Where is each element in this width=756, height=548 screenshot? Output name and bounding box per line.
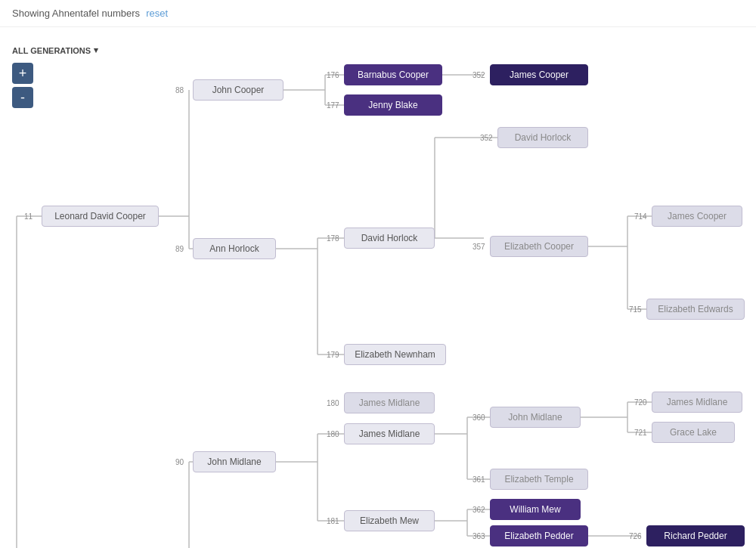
tree-container: 11Leonard David Cooper88John Cooper176Ba… bbox=[0, 30, 756, 548]
node-david_horlock_mid[interactable]: 178David Horlock bbox=[344, 228, 435, 249]
node-label-william_mew: William Mew bbox=[510, 504, 560, 515]
node-label-jenny_blake: Jenny Blake bbox=[368, 100, 417, 110]
node-num-elizabeth_cooper: 357 bbox=[472, 243, 485, 251]
node-num-john_cooper: 88 bbox=[175, 86, 184, 94]
node-james_cooper_top[interactable]: 352James Cooper bbox=[490, 64, 588, 85]
node-label-john_midlane_right: John Midlane bbox=[508, 412, 562, 423]
node-num-barnabus: 176 bbox=[327, 71, 339, 79]
node-john_midlane[interactable]: 90John Midlane bbox=[193, 451, 276, 472]
top-bar: Showing Ahnentafel numbers reset bbox=[0, 0, 756, 27]
node-james_cooper_right[interactable]: 714James Cooper bbox=[652, 206, 742, 227]
node-elizabeth_newnham[interactable]: 179Elizabeth Newnham bbox=[344, 344, 446, 365]
node-label-elizabeth_cooper: Elizabeth Cooper bbox=[504, 241, 574, 252]
node-jenny_blake[interactable]: 177Jenny Blake bbox=[344, 94, 442, 116]
node-num-james_midlane_right: 720 bbox=[634, 398, 647, 407]
node-label-james_cooper_top: James Cooper bbox=[510, 70, 569, 80]
node-label-elizabeth_newnham: Elizabeth Newnham bbox=[355, 349, 435, 360]
node-label-barnabus: Barnabus Cooper bbox=[358, 70, 429, 80]
node-label-james_midlane_right: James Midlane bbox=[667, 397, 728, 407]
node-num-david_horlock_top: 352 bbox=[480, 134, 493, 142]
node-james_midlane_left2[interactable]: 180James Midlane bbox=[344, 392, 435, 413]
node-num-elizabeth_mew: 181 bbox=[327, 517, 339, 525]
node-num-elizabeth_newnham: 179 bbox=[327, 351, 339, 359]
node-label-leonard: Leonard David Cooper bbox=[54, 211, 146, 221]
node-john_midlane_right[interactable]: 360John Midlane bbox=[490, 407, 581, 428]
node-label-elizabeth_temple: Elizabeth Temple bbox=[504, 474, 573, 485]
node-num-james_midlane_left2: 180 bbox=[327, 399, 339, 407]
node-james_midlane[interactable]: 180James Midlane bbox=[344, 423, 435, 444]
node-num-david_horlock_mid: 178 bbox=[327, 234, 339, 243]
node-num-james_cooper_right: 714 bbox=[634, 212, 647, 221]
node-num-william_mew: 362 bbox=[472, 506, 485, 514]
node-num-grace_lake: 721 bbox=[634, 429, 647, 437]
node-label-james_cooper_right: James Cooper bbox=[668, 211, 727, 221]
node-label-elizabeth_pedder: Elizabeth Pedder bbox=[504, 531, 573, 541]
node-label-david_horlock_top: David Horlock bbox=[515, 132, 572, 143]
node-num-james_midlane: 180 bbox=[327, 430, 339, 438]
node-num-jenny_blake: 177 bbox=[327, 101, 339, 110]
node-label-elizabeth_mew: Elizabeth Mew bbox=[360, 515, 419, 526]
node-label-grace_lake: Grace Lake bbox=[670, 427, 717, 438]
node-elizabeth_mew[interactable]: 181Elizabeth Mew bbox=[344, 510, 435, 531]
node-elizabeth_cooper[interactable]: 357Elizabeth Cooper bbox=[490, 236, 588, 257]
node-barnabus[interactable]: 176Barnabus Cooper bbox=[344, 64, 442, 85]
node-label-james_midlane_left2: James Midlane bbox=[359, 398, 420, 408]
node-label-ann_horlock: Ann Horlock bbox=[209, 243, 259, 254]
node-num-leonard: 11 bbox=[24, 212, 33, 221]
node-label-elizabeth_edwards: Elizabeth Edwards bbox=[658, 304, 733, 314]
node-num-richard_pedder: 726 bbox=[629, 532, 642, 540]
reset-link[interactable]: reset bbox=[146, 8, 168, 19]
node-label-james_midlane: James Midlane bbox=[359, 429, 420, 439]
node-elizabeth_pedder[interactable]: 363Elizabeth Pedder bbox=[490, 525, 588, 546]
node-num-elizabeth_edwards: 715 bbox=[629, 305, 642, 314]
node-num-elizabeth_pedder: 363 bbox=[472, 532, 485, 540]
node-grace_lake[interactable]: 721Grace Lake bbox=[652, 422, 735, 443]
node-elizabeth_edwards[interactable]: 715Elizabeth Edwards bbox=[646, 299, 745, 320]
node-label-richard_pedder: Richard Pedder bbox=[664, 531, 727, 541]
node-label-john_midlane: John Midlane bbox=[207, 457, 261, 467]
node-ann_horlock[interactable]: 89Ann Horlock bbox=[193, 238, 276, 259]
node-john_cooper[interactable]: 88John Cooper bbox=[193, 79, 284, 101]
node-num-ann_horlock: 89 bbox=[175, 245, 184, 253]
node-label-david_horlock_mid: David Horlock bbox=[361, 233, 418, 243]
node-david_horlock_top[interactable]: 352David Horlock bbox=[497, 127, 588, 148]
node-william_mew[interactable]: 362William Mew bbox=[490, 499, 581, 520]
node-label-john_cooper: John Cooper bbox=[212, 85, 265, 95]
node-james_midlane_right[interactable]: 720James Midlane bbox=[652, 392, 742, 413]
node-num-john_midlane_right: 360 bbox=[472, 413, 485, 422]
node-num-james_cooper_top: 352 bbox=[472, 71, 485, 79]
showing-label: Showing Ahnentafel numbers bbox=[12, 8, 140, 19]
node-elizabeth_temple[interactable]: 361Elizabeth Temple bbox=[490, 469, 588, 490]
node-num-john_midlane: 90 bbox=[175, 458, 184, 466]
node-num-elizabeth_temple: 361 bbox=[472, 475, 485, 484]
node-leonard[interactable]: 11Leonard David Cooper bbox=[42, 206, 159, 227]
node-richard_pedder[interactable]: 726Richard Pedder bbox=[646, 525, 745, 546]
